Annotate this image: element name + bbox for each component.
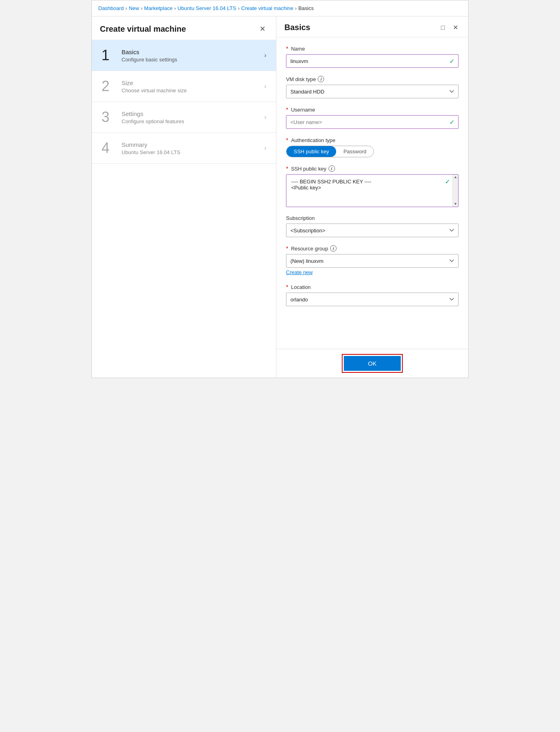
- left-panel-close-button[interactable]: ✕: [257, 24, 268, 34]
- location-select[interactable]: orlando: [286, 293, 459, 306]
- location-group: * Location orlando: [286, 284, 459, 306]
- name-input-wrapper: ✓: [286, 54, 459, 68]
- ok-button[interactable]: OK: [344, 356, 401, 371]
- step-3[interactable]: 3 Settings Configure optional features ›: [92, 102, 276, 133]
- vm-disk-info-icon: i: [318, 76, 324, 82]
- step-3-text: Settings Configure optional features: [122, 110, 264, 124]
- breadcrumb-create-vm[interactable]: Create virtual machine: [241, 5, 293, 11]
- scroll-down-arrow[interactable]: ▼: [454, 202, 457, 206]
- breadcrumb-current: Basics: [298, 5, 314, 11]
- name-input[interactable]: [286, 54, 459, 68]
- scroll-up-arrow[interactable]: ▲: [454, 175, 457, 179]
- breadcrumb: Dashboard › New › Marketplace › Ubuntu S…: [92, 0, 468, 16]
- ssh-key-label: * SSH public key i: [286, 165, 459, 172]
- step-2-number: 2: [101, 79, 122, 94]
- ssh-textarea-wrapper: ✓ ▲ ▼: [286, 174, 459, 207]
- username-check-icon: ✓: [449, 118, 454, 126]
- breadcrumb-sep-2: ›: [141, 5, 142, 11]
- username-input[interactable]: [286, 115, 459, 129]
- create-new-link[interactable]: Create new: [286, 269, 312, 275]
- name-field-group: * Name ✓: [286, 45, 459, 68]
- name-required-star: *: [286, 45, 288, 52]
- step-1-text: Basics Configure basic settings: [122, 49, 264, 63]
- vm-disk-type-group: VM disk type i Standard HDD Standard SSD…: [286, 76, 459, 98]
- username-required-star: *: [286, 106, 288, 113]
- breadcrumb-ubuntu[interactable]: Ubuntu Server 16.04 LTS: [177, 5, 236, 11]
- right-panel-icons: □ ✕: [439, 23, 460, 32]
- resource-group-required-star: *: [286, 245, 288, 252]
- ssh-scrollbar: ▲ ▼: [452, 175, 458, 207]
- breadcrumb-sep-3: ›: [174, 5, 176, 11]
- steps-list: 1 Basics Configure basic settings › 2 Si…: [92, 40, 276, 164]
- subscription-label: Subscription: [286, 215, 459, 221]
- step-1-number: 1: [101, 48, 122, 63]
- breadcrumb-new[interactable]: New: [129, 5, 139, 11]
- auth-type-toggle: SSH public key Password: [286, 146, 374, 157]
- resource-group-label: * Resource group i: [286, 245, 459, 252]
- step-1-arrow: ›: [264, 52, 266, 59]
- step-3-subtitle: Configure optional features: [122, 118, 264, 124]
- step-4-arrow: ›: [264, 144, 266, 152]
- breadcrumb-dashboard[interactable]: Dashboard: [98, 5, 124, 11]
- right-panel-footer: OK: [276, 349, 468, 378]
- breadcrumb-sep-4: ›: [238, 5, 239, 11]
- step-4-subtitle: Ubuntu Server 16.04 LTS: [122, 149, 264, 155]
- username-label: * Username: [286, 106, 459, 113]
- location-label: * Location: [286, 284, 459, 290]
- username-field-group: * Username ✓: [286, 106, 459, 129]
- step-2-title: Size: [122, 79, 264, 86]
- step-1[interactable]: 1 Basics Configure basic settings ›: [92, 40, 276, 71]
- auth-type-label: * Authentication type: [286, 137, 459, 143]
- maximize-button[interactable]: □: [439, 23, 447, 32]
- step-3-arrow: ›: [264, 114, 266, 121]
- step-2-arrow: ›: [264, 83, 266, 90]
- right-panel-header: Basics □ ✕: [276, 16, 468, 37]
- auth-required-star: *: [286, 137, 288, 143]
- resource-group-info-icon: i: [330, 245, 337, 252]
- auth-password-button[interactable]: Password: [336, 146, 373, 157]
- location-label-text: Location: [291, 284, 310, 290]
- step-3-title: Settings: [122, 110, 264, 117]
- name-label: * Name: [286, 45, 459, 52]
- vm-disk-select[interactable]: Standard HDD Standard SSD Premium SSD: [286, 85, 459, 98]
- auth-ssh-button[interactable]: SSH public key: [286, 146, 336, 157]
- step-4-title: Summary: [122, 141, 264, 148]
- ssh-check-icon: ✓: [445, 178, 450, 185]
- left-panel-header: Create virtual machine ✕: [92, 16, 276, 40]
- resource-group-label-text: Resource group: [291, 246, 328, 252]
- step-2-subtitle: Choose virtual machine size: [122, 87, 264, 94]
- auth-type-label-text: Authentication type: [291, 137, 335, 143]
- form-body: * Name ✓ VM disk type i Standard: [276, 37, 468, 349]
- step-2-text: Size Choose virtual machine size: [122, 79, 264, 94]
- resource-group-select[interactable]: (New) linuxvm: [286, 254, 459, 268]
- resource-group-group: * Resource group i (New) linuxvm Create …: [286, 245, 459, 276]
- breadcrumb-sep-1: ›: [126, 5, 127, 11]
- step-1-subtitle: Configure basic settings: [122, 57, 264, 63]
- subscription-select[interactable]: <Subscription>: [286, 224, 459, 237]
- breadcrumb-sep-5: ›: [295, 5, 296, 11]
- left-panel: Create virtual machine ✕ 1 Basics Config…: [92, 16, 276, 378]
- ssh-required-star: *: [286, 165, 288, 172]
- step-4[interactable]: 4 Summary Ubuntu Server 16.04 LTS ›: [92, 133, 276, 164]
- name-label-text: Name: [291, 46, 305, 52]
- right-panel: Basics □ ✕ * Name ✓: [276, 16, 468, 378]
- subscription-group: Subscription <Subscription>: [286, 215, 459, 237]
- right-panel-close-button[interactable]: ✕: [451, 23, 460, 32]
- step-2[interactable]: 2 Size Choose virtual machine size ›: [92, 71, 276, 102]
- ssh-key-input[interactable]: [286, 175, 452, 207]
- step-3-number: 3: [101, 110, 122, 124]
- ok-btn-wrapper: OK: [342, 354, 403, 373]
- left-panel-title: Create virtual machine: [100, 24, 186, 34]
- username-label-text: Username: [291, 107, 315, 113]
- breadcrumb-marketplace[interactable]: Marketplace: [144, 5, 172, 11]
- step-1-title: Basics: [122, 49, 264, 55]
- ssh-key-info-icon: i: [329, 165, 335, 172]
- username-input-wrapper: ✓: [286, 115, 459, 129]
- auth-type-group: * Authentication type SSH public key Pas…: [286, 137, 459, 157]
- location-required-star: *: [286, 284, 288, 290]
- step-4-text: Summary Ubuntu Server 16.04 LTS: [122, 141, 264, 155]
- ssh-key-group: * SSH public key i ✓ ▲ ▼: [286, 165, 459, 207]
- subscription-label-text: Subscription: [286, 215, 315, 221]
- name-check-icon: ✓: [449, 57, 454, 65]
- step-4-number: 4: [101, 141, 122, 155]
